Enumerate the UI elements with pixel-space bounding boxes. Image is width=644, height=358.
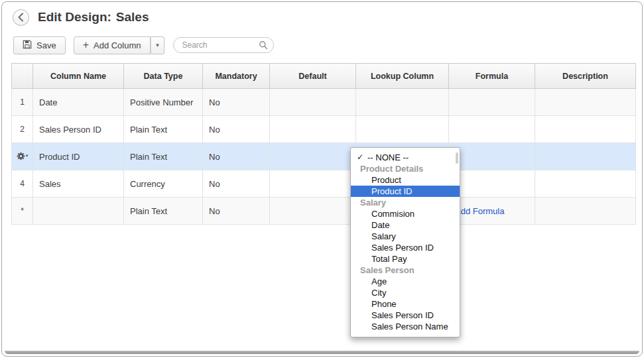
table-row[interactable]: 2Sales Person IDPlain TextNo [12, 116, 636, 143]
dropdown-option-label: Age [371, 276, 387, 286]
cell-column-name[interactable] [33, 198, 124, 225]
dropdown-option-label: Sales Person ID [371, 243, 434, 253]
lookup-dropdown: ✓-- NONE --Product DetailsProductProduct… [350, 147, 460, 337]
dropdown-option-label: Salary [360, 198, 386, 208]
window-bottom-edge [5, 351, 639, 354]
dropdown-option-label: Sales Person ID [371, 310, 434, 320]
header-cell-formula: Formula [449, 64, 535, 89]
dropdown-option-label: Salary [371, 231, 396, 241]
table-row[interactable]: 4SalesCurrencyNo [12, 170, 636, 198]
dropdown-option[interactable]: Date [351, 219, 460, 231]
dropdown-option-label: Product ID [371, 186, 412, 196]
add-column-button[interactable]: + Add Column [74, 36, 151, 54]
add-column-split-button: + Add Column ▼ [74, 36, 165, 54]
dropdown-option[interactable]: Commision [351, 208, 460, 219]
cell-lookup[interactable] [356, 116, 449, 143]
toolbar: Save + Add Column ▼ [2, 32, 642, 58]
cell-description[interactable] [535, 143, 636, 170]
table-row[interactable]: 1DatePositive NumberNo [12, 89, 636, 116]
cell-data-type[interactable]: Plain Text [124, 143, 203, 170]
row-number: 1 [12, 89, 33, 116]
table-header-row: Column NameData TypeMandatoryDefaultLook… [12, 64, 636, 89]
dropdown-option[interactable]: Sales Person Name [351, 321, 460, 332]
dropdown-option[interactable]: Product [351, 174, 460, 186]
table-row[interactable]: *Plain TextNoAdd Formula [12, 198, 636, 225]
dropdown-option[interactable]: Phone [351, 298, 460, 310]
dropdown-option[interactable]: Age [351, 276, 460, 287]
cell-formula[interactable] [449, 116, 535, 143]
save-button[interactable]: Save [13, 36, 66, 54]
add-formula-link[interactable]: Add Formula [455, 206, 504, 216]
cell-default[interactable] [270, 143, 356, 170]
cell-default[interactable] [270, 198, 356, 225]
dropdown-option[interactable]: Total Pay [351, 253, 460, 265]
cell-description[interactable] [535, 170, 636, 198]
cell-data-type[interactable]: Plain Text [124, 116, 203, 143]
header-cell-data-type: Data Type [124, 64, 203, 89]
dropdown-option-label: Commision [371, 209, 415, 219]
cell-data-type[interactable]: Currency [124, 170, 203, 198]
cell-formula[interactable] [449, 143, 535, 170]
cell-column-name[interactable]: Sales [33, 170, 124, 198]
row-number: 4 [12, 170, 33, 198]
cell-mandatory[interactable]: No [203, 198, 270, 225]
app-window: Edit Design:Sales Save + Add Column ▼ [1, 1, 643, 357]
dropdown-option[interactable]: Salary [351, 231, 460, 242]
dropdown-option-label: -- NONE -- [367, 152, 409, 162]
dropdown-option-label: Date [371, 220, 389, 230]
dropdown-option[interactable]: Sales Person ID [351, 242, 460, 253]
cell-data-type[interactable]: Positive Number [124, 89, 203, 116]
dropdown-option-label: Sales Person Name [371, 322, 448, 331]
cell-data-type[interactable]: Plain Text [124, 198, 203, 225]
cell-mandatory[interactable]: No [203, 143, 270, 170]
cell-column-name[interactable]: Date [33, 89, 124, 116]
cell-description[interactable] [535, 198, 636, 225]
back-button[interactable] [13, 9, 29, 26]
dropdown-option[interactable]: Product ID [351, 186, 460, 197]
caret-down-icon: ▼ [155, 42, 161, 48]
cell-mandatory[interactable]: No [203, 170, 270, 198]
header-cell-rownum [12, 64, 33, 89]
header-cell-description: Description [535, 64, 636, 89]
cell-default[interactable] [270, 116, 356, 143]
gear-caret-icon: ▾ [26, 153, 29, 158]
save-button-label: Save [36, 40, 56, 50]
row-number: 2 [12, 116, 33, 143]
add-column-dropdown-arrow[interactable]: ▼ [151, 36, 165, 54]
page-title: Edit Design:Sales [38, 10, 149, 25]
table-row[interactable]: ▾Product IDPlain TextNo [12, 143, 636, 170]
dropdown-option[interactable]: City [351, 287, 460, 298]
dropdown-group-label: Product Details [351, 163, 460, 174]
dropdown-option-label: Total Pay [371, 254, 407, 264]
cell-mandatory[interactable]: No [203, 89, 270, 116]
dropdown-option-label: Phone [371, 299, 397, 309]
save-icon [23, 40, 32, 51]
page-title-prefix: Edit Design: [38, 10, 111, 24]
cell-formula[interactable]: Add Formula [449, 198, 535, 225]
dropdown-option-label: Product Details [360, 164, 423, 174]
dropdown-group-label: Sales Person [351, 265, 460, 276]
header-cell-mandatory: Mandatory [203, 64, 270, 89]
row-settings-gear-icon[interactable]: ▾ [12, 143, 33, 170]
cell-mandatory[interactable]: No [203, 116, 270, 143]
dropdown-option[interactable]: Sales Person ID [351, 310, 460, 321]
add-column-label: Add Column [94, 40, 141, 50]
chevron-left-icon [14, 10, 29, 25]
header: Edit Design:Sales [2, 2, 642, 32]
header-cell-column-name: Column Name [33, 64, 124, 89]
page-title-name: Sales [116, 10, 149, 24]
dropdown-option[interactable]: ✓-- NONE -- [351, 152, 460, 163]
cell-column-name[interactable]: Product ID [33, 143, 124, 170]
cell-description[interactable] [535, 89, 636, 116]
cell-lookup[interactable] [356, 89, 449, 116]
dropdown-option-label: Sales Person [360, 265, 415, 275]
cell-formula[interactable] [449, 89, 535, 116]
cell-default[interactable] [270, 170, 356, 198]
cell-description[interactable] [535, 116, 636, 143]
plus-icon: + [83, 40, 89, 50]
dropdown-group-label: Salary [351, 197, 460, 208]
cell-column-name[interactable]: Sales Person ID [33, 116, 124, 143]
cell-formula[interactable] [449, 170, 535, 198]
design-table: Column NameData TypeMandatoryDefaultLook… [11, 63, 636, 225]
cell-default[interactable] [270, 89, 356, 116]
